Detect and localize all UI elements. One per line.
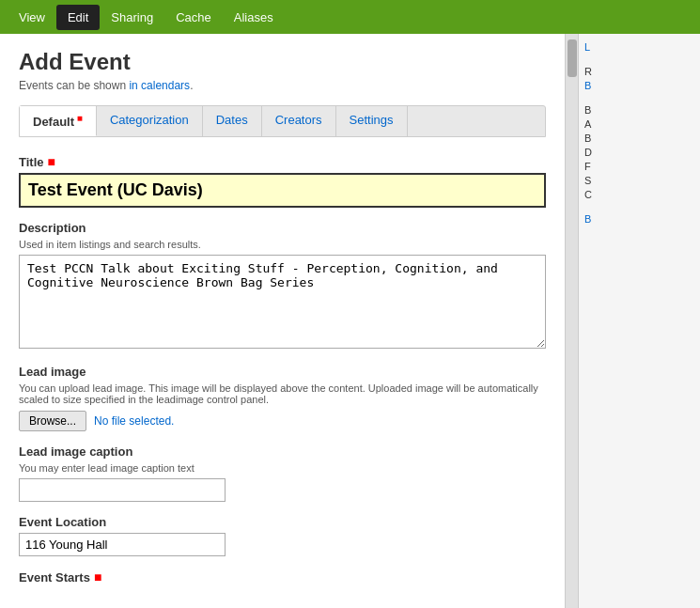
cache-tab-btn[interactable]: Cache: [164, 5, 223, 30]
description-field: Description Used in item listings and se…: [19, 221, 546, 351]
edit-tab-btn[interactable]: Edit: [56, 5, 100, 30]
tab-categorization[interactable]: Categorization: [97, 106, 203, 136]
sidebar-text-c: C: [584, 189, 694, 200]
event-starts-required-marker: ■: [94, 569, 101, 585]
aliases-tab-btn[interactable]: Aliases: [223, 5, 285, 30]
tab-default[interactable]: Default ■: [20, 106, 97, 136]
sidebar-link-b2[interactable]: B: [584, 213, 694, 225]
event-location-field: Event Location: [19, 515, 546, 556]
scrollbar-thumb: [568, 39, 577, 77]
title-input[interactable]: [19, 173, 546, 208]
event-location-label: Event Location: [19, 515, 546, 529]
event-location-input[interactable]: [19, 533, 226, 556]
browse-button[interactable]: Browse...: [19, 411, 86, 431]
sidebar-section-4: B: [584, 213, 694, 225]
event-starts-field: Event Starts ■: [19, 569, 546, 585]
top-nav: View Edit Sharing Cache Aliases: [0, 0, 700, 34]
page-subtitle: Events can be shown in calendars.: [19, 79, 546, 92]
tab-creators[interactable]: Creators: [262, 106, 336, 136]
form-tabs: Default ■ Categorization Dates Creators …: [19, 105, 546, 137]
content-area: Add Event Events can be shown in calenda…: [0, 34, 565, 608]
sidebar-section-1: L: [584, 41, 694, 53]
tab-dates[interactable]: Dates: [203, 106, 262, 136]
sidebar-section-3: B A B D F S C: [584, 104, 694, 200]
lead-image-caption-field: Lead image caption You may enter lead im…: [19, 444, 546, 502]
right-sidebar: L R B B A B D F S C B: [578, 34, 700, 608]
tab-settings[interactable]: Settings: [336, 106, 408, 136]
sidebar-text-s: S: [584, 175, 694, 186]
no-file-text: No file selected.: [94, 414, 174, 428]
scrollbar[interactable]: [565, 34, 578, 608]
lead-image-hint: You can upload lead image. This image wi…: [19, 382, 546, 405]
sharing-tab-btn[interactable]: Sharing: [100, 5, 164, 30]
description-hint: Used in item listings and search results…: [19, 239, 546, 250]
sidebar-text-f: F: [584, 161, 694, 172]
sidebar-text-d: D: [584, 147, 694, 158]
calendars-link[interactable]: in calendars: [129, 79, 190, 92]
description-label: Description: [19, 221, 546, 235]
description-textarea[interactable]: Test PCCN Talk about Exciting Stuff - Pe…: [19, 255, 546, 349]
sidebar-text-a: A: [584, 118, 694, 130]
lead-image-caption-input[interactable]: [19, 478, 226, 502]
sidebar-section-2: R B: [584, 66, 694, 91]
view-tab-btn[interactable]: View: [8, 5, 56, 30]
lead-image-field: Lead image You can upload lead image. Th…: [19, 365, 546, 431]
lead-image-caption-label: Lead image caption: [19, 444, 546, 459]
browse-row: Browse... No file selected.: [19, 411, 546, 431]
sidebar-link-1[interactable]: L: [584, 41, 694, 53]
title-required-marker: ■: [48, 154, 55, 169]
event-starts-label: Event Starts ■: [19, 569, 546, 585]
title-field: Title ■: [19, 154, 546, 208]
sidebar-title-b: B: [584, 104, 694, 116]
title-label: Title ■: [19, 154, 546, 169]
page-title: Add Event: [19, 49, 546, 75]
sidebar-link-b1[interactable]: B: [584, 80, 694, 91]
lead-image-label: Lead image: [19, 365, 546, 379]
lead-image-caption-hint: You may enter lead image caption text: [19, 462, 546, 474]
sidebar-text-b2: B: [584, 133, 694, 144]
sidebar-title-r: R: [584, 66, 694, 77]
